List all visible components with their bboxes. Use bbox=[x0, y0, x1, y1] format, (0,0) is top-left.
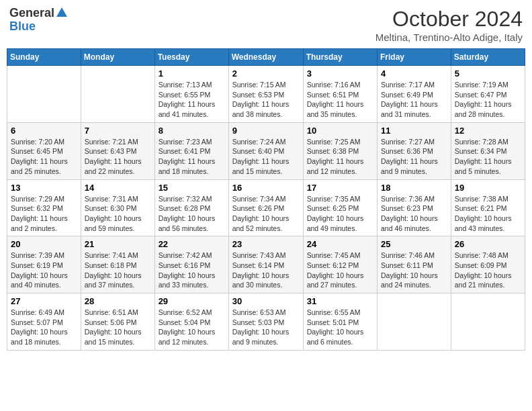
day-info: Sunrise: 7:41 AMSunset: 6:18 PMDaylight:… bbox=[85, 250, 151, 290]
day-number: 23 bbox=[232, 239, 300, 249]
day-number: 22 bbox=[159, 239, 225, 249]
day-number: 8 bbox=[159, 126, 225, 136]
calendar-week-row: 13Sunrise: 7:29 AMSunset: 6:32 PMDayligh… bbox=[7, 179, 525, 236]
logo: General Blue bbox=[9, 7, 68, 34]
day-info: Sunrise: 7:45 AMSunset: 6:12 PMDaylight:… bbox=[307, 250, 373, 290]
calendar-day-cell: 26Sunrise: 7:48 AMSunset: 6:09 PMDayligh… bbox=[451, 236, 525, 293]
day-number: 24 bbox=[307, 239, 373, 249]
calendar-day-cell: 11Sunrise: 7:27 AMSunset: 6:36 PMDayligh… bbox=[378, 122, 451, 179]
day-of-week-header: Friday bbox=[378, 49, 451, 66]
calendar-day-cell: 8Sunrise: 7:23 AMSunset: 6:41 PMDaylight… bbox=[154, 122, 228, 179]
location-title: Meltina, Trentino-Alto Adige, Italy bbox=[375, 32, 523, 43]
calendar-day-cell: 21Sunrise: 7:41 AMSunset: 6:18 PMDayligh… bbox=[81, 236, 154, 293]
calendar-day-cell: 23Sunrise: 7:43 AMSunset: 6:14 PMDayligh… bbox=[228, 236, 303, 293]
calendar-day-cell: 15Sunrise: 7:32 AMSunset: 6:28 PMDayligh… bbox=[154, 179, 228, 236]
day-info: Sunrise: 6:51 AMSunset: 5:06 PMDaylight:… bbox=[85, 308, 151, 347]
calendar-day-cell: 7Sunrise: 7:21 AMSunset: 6:43 PMDaylight… bbox=[81, 122, 154, 179]
logo-general: General bbox=[9, 7, 54, 20]
day-number: 15 bbox=[159, 183, 225, 193]
title-block: October 2024 Meltina, Trentino-Alto Adig… bbox=[375, 7, 523, 43]
day-number: 30 bbox=[232, 296, 300, 306]
day-info: Sunrise: 7:20 AMSunset: 6:45 PMDaylight:… bbox=[11, 137, 77, 177]
calendar-day-cell bbox=[378, 293, 451, 351]
calendar-day-cell: 24Sunrise: 7:45 AMSunset: 6:12 PMDayligh… bbox=[303, 236, 377, 293]
day-number: 19 bbox=[455, 183, 521, 193]
calendar-day-cell: 19Sunrise: 7:38 AMSunset: 6:21 PMDayligh… bbox=[451, 179, 525, 236]
calendar-day-cell: 5Sunrise: 7:19 AMSunset: 6:47 PMDaylight… bbox=[451, 66, 525, 123]
calendar-day-cell: 28Sunrise: 6:51 AMSunset: 5:06 PMDayligh… bbox=[81, 293, 154, 351]
day-number: 26 bbox=[455, 239, 521, 249]
calendar-day-cell: 3Sunrise: 7:16 AMSunset: 6:51 PMDaylight… bbox=[303, 66, 377, 123]
day-info: Sunrise: 7:39 AMSunset: 6:19 PMDaylight:… bbox=[11, 250, 77, 290]
calendar-day-cell: 14Sunrise: 7:31 AMSunset: 6:30 PMDayligh… bbox=[81, 179, 154, 236]
day-info: Sunrise: 7:19 AMSunset: 6:47 PMDaylight:… bbox=[455, 80, 521, 120]
logo-triangle-icon bbox=[56, 6, 68, 18]
calendar-day-cell bbox=[7, 66, 81, 123]
calendar-day-cell: 31Sunrise: 6:55 AMSunset: 5:01 PMDayligh… bbox=[303, 293, 377, 351]
calendar-day-cell: 29Sunrise: 6:52 AMSunset: 5:04 PMDayligh… bbox=[154, 293, 228, 351]
month-title: October 2024 bbox=[375, 7, 523, 32]
page-header: General Blue October 2024 Meltina, Trent… bbox=[7, 7, 525, 43]
calendar-day-cell: 2Sunrise: 7:15 AMSunset: 6:53 PMDaylight… bbox=[228, 66, 303, 123]
day-number: 12 bbox=[455, 126, 521, 136]
calendar-day-cell: 4Sunrise: 7:17 AMSunset: 6:49 PMDaylight… bbox=[378, 66, 451, 123]
day-number: 4 bbox=[381, 68, 447, 79]
day-number: 6 bbox=[11, 126, 77, 136]
calendar-week-row: 1Sunrise: 7:13 AMSunset: 6:55 PMDaylight… bbox=[7, 66, 525, 123]
calendar-day-cell: 10Sunrise: 7:25 AMSunset: 6:38 PMDayligh… bbox=[303, 122, 377, 179]
calendar-week-row: 20Sunrise: 7:39 AMSunset: 6:19 PMDayligh… bbox=[7, 236, 525, 293]
day-info: Sunrise: 7:27 AMSunset: 6:36 PMDaylight:… bbox=[381, 137, 447, 177]
day-number: 5 bbox=[455, 68, 521, 79]
calendar-day-cell: 12Sunrise: 7:28 AMSunset: 6:34 PMDayligh… bbox=[451, 122, 525, 179]
day-info: Sunrise: 7:42 AMSunset: 6:16 PMDaylight:… bbox=[159, 250, 225, 290]
day-info: Sunrise: 7:38 AMSunset: 6:21 PMDaylight:… bbox=[455, 194, 521, 234]
day-info: Sunrise: 7:35 AMSunset: 6:25 PMDaylight:… bbox=[307, 194, 373, 234]
day-info: Sunrise: 7:15 AMSunset: 6:53 PMDaylight:… bbox=[232, 80, 300, 120]
day-info: Sunrise: 7:24 AMSunset: 6:40 PMDaylight:… bbox=[232, 137, 300, 177]
day-info: Sunrise: 7:29 AMSunset: 6:32 PMDaylight:… bbox=[11, 194, 77, 234]
day-number: 7 bbox=[85, 126, 151, 136]
day-number: 25 bbox=[381, 239, 447, 249]
calendar-header-row: SundayMondayTuesdayWednesdayThursdayFrid… bbox=[7, 49, 525, 66]
day-info: Sunrise: 7:13 AMSunset: 6:55 PMDaylight:… bbox=[159, 80, 225, 120]
day-of-week-header: Saturday bbox=[451, 49, 525, 66]
day-info: Sunrise: 6:55 AMSunset: 5:01 PMDaylight:… bbox=[307, 308, 373, 347]
day-info: Sunrise: 6:49 AMSunset: 5:07 PMDaylight:… bbox=[11, 308, 77, 347]
calendar-day-cell: 20Sunrise: 7:39 AMSunset: 6:19 PMDayligh… bbox=[7, 236, 81, 293]
day-of-week-header: Thursday bbox=[303, 49, 377, 66]
day-info: Sunrise: 7:32 AMSunset: 6:28 PMDaylight:… bbox=[159, 194, 225, 234]
day-info: Sunrise: 7:23 AMSunset: 6:41 PMDaylight:… bbox=[159, 137, 225, 177]
calendar-week-row: 27Sunrise: 6:49 AMSunset: 5:07 PMDayligh… bbox=[7, 293, 525, 351]
day-number: 2 bbox=[232, 68, 300, 79]
day-number: 21 bbox=[85, 239, 151, 249]
calendar-day-cell: 22Sunrise: 7:42 AMSunset: 6:16 PMDayligh… bbox=[154, 236, 228, 293]
day-info: Sunrise: 7:17 AMSunset: 6:49 PMDaylight:… bbox=[381, 80, 447, 120]
calendar-table: SundayMondayTuesdayWednesdayThursdayFrid… bbox=[7, 48, 525, 351]
day-of-week-header: Sunday bbox=[7, 49, 81, 66]
calendar-day-cell: 30Sunrise: 6:53 AMSunset: 5:03 PMDayligh… bbox=[228, 293, 303, 351]
day-info: Sunrise: 6:53 AMSunset: 5:03 PMDaylight:… bbox=[232, 308, 300, 347]
day-number: 13 bbox=[11, 183, 77, 193]
svg-marker-0 bbox=[56, 7, 67, 17]
calendar-day-cell: 25Sunrise: 7:46 AMSunset: 6:11 PMDayligh… bbox=[378, 236, 451, 293]
day-number: 28 bbox=[85, 296, 151, 306]
day-info: Sunrise: 7:28 AMSunset: 6:34 PMDaylight:… bbox=[455, 137, 521, 177]
day-number: 17 bbox=[307, 183, 373, 193]
calendar-day-cell: 18Sunrise: 7:36 AMSunset: 6:23 PMDayligh… bbox=[378, 179, 451, 236]
calendar-day-cell: 13Sunrise: 7:29 AMSunset: 6:32 PMDayligh… bbox=[7, 179, 81, 236]
day-info: Sunrise: 7:36 AMSunset: 6:23 PMDaylight:… bbox=[381, 194, 447, 234]
day-info: Sunrise: 7:16 AMSunset: 6:51 PMDaylight:… bbox=[307, 80, 373, 120]
day-info: Sunrise: 7:48 AMSunset: 6:09 PMDaylight:… bbox=[455, 250, 521, 290]
day-number: 10 bbox=[307, 126, 373, 136]
calendar-day-cell: 9Sunrise: 7:24 AMSunset: 6:40 PMDaylight… bbox=[228, 122, 303, 179]
calendar-day-cell: 6Sunrise: 7:20 AMSunset: 6:45 PMDaylight… bbox=[7, 122, 81, 179]
day-info: Sunrise: 7:25 AMSunset: 6:38 PMDaylight:… bbox=[307, 137, 373, 177]
day-of-week-header: Monday bbox=[81, 49, 154, 66]
day-number: 18 bbox=[381, 183, 447, 193]
day-of-week-header: Wednesday bbox=[228, 49, 303, 66]
calendar-day-cell: 27Sunrise: 6:49 AMSunset: 5:07 PMDayligh… bbox=[7, 293, 81, 351]
calendar-day-cell bbox=[81, 66, 154, 123]
day-number: 20 bbox=[11, 239, 77, 249]
day-number: 16 bbox=[232, 183, 300, 193]
day-number: 29 bbox=[159, 296, 225, 306]
